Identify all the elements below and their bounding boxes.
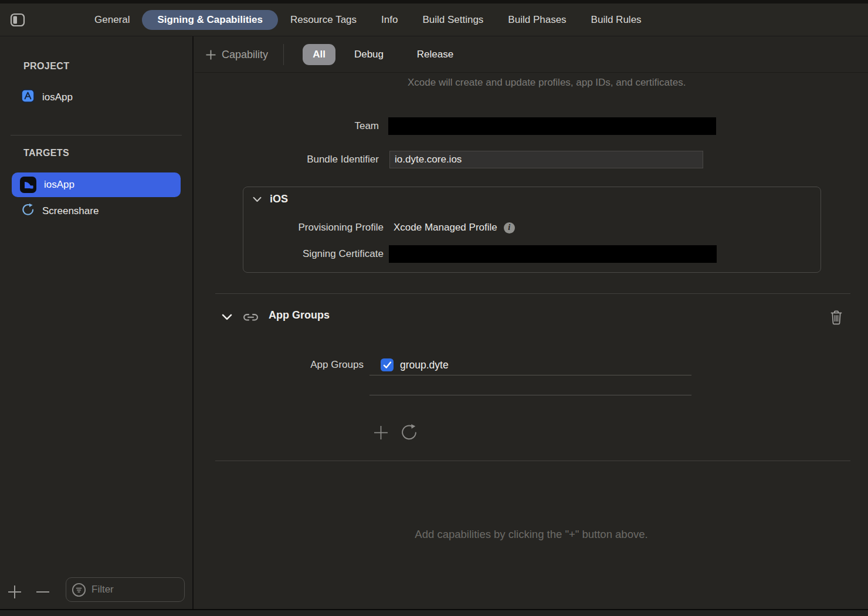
sidebar-footer (0, 576, 192, 607)
app-target-icon (20, 177, 36, 193)
section-divider (215, 461, 850, 461)
tab-resource-tags[interactable]: Resource Tags (278, 10, 369, 30)
section-divider (215, 293, 850, 294)
list-row-underline (369, 375, 691, 375)
tab-build-settings[interactable]: Build Settings (410, 10, 496, 30)
list-row-underline (369, 395, 691, 395)
app-groups-link-icon (243, 312, 259, 323)
tab-build-phases[interactable]: Build Phases (496, 10, 578, 30)
sidebar-item-target-screenshare[interactable]: Screenshare (21, 203, 99, 219)
add-app-group-button[interactable] (371, 422, 391, 442)
bundle-identifier-input[interactable] (389, 151, 703, 168)
delete-capability-trash-icon[interactable] (828, 308, 845, 327)
sidebar-divider (11, 135, 182, 136)
config-tabs: General Signing & Capabilities Resource … (82, 4, 654, 36)
toolbar-divider (283, 44, 284, 65)
capability-toolbar: Capability All Debug Release (195, 36, 868, 73)
target-name-label: Screenshare (42, 205, 99, 217)
refresh-app-groups-button[interactable] (399, 422, 419, 442)
add-capability-button[interactable]: Capability (205, 36, 268, 73)
signing-capabilities-editor: Capability All Debug Release Xcode will … (195, 36, 868, 609)
sidebar-item-target-iosapp[interactable]: iosApp (12, 172, 181, 197)
targets-section-header: TARGETS (23, 148, 69, 158)
window-bottom-edge (0, 609, 868, 616)
add-capability-label: Capability (222, 49, 268, 61)
extension-target-icon (21, 203, 35, 219)
signing-description: Xcode will create and update profiles, a… (408, 75, 701, 90)
scope-tab-release[interactable]: Release (411, 44, 460, 65)
team-value-redacted[interactable] (388, 117, 716, 135)
editor-tab-bar: General Signing & Capabilities Resource … (0, 4, 868, 36)
app-groups-header: App Groups (195, 309, 868, 327)
signing-certificate-value-redacted[interactable] (389, 245, 717, 263)
ios-group-title: iOS (270, 193, 288, 205)
ios-signing-group: iOS Provisioning Profile Xcode Managed P… (243, 187, 821, 273)
plus-icon (205, 49, 216, 60)
target-name-label: iosApp (44, 179, 74, 191)
chevron-down-icon (253, 197, 262, 202)
filter-field[interactable] (66, 577, 185, 602)
scope-tab-debug[interactable]: Debug (348, 44, 389, 65)
project-file-icon (21, 89, 35, 105)
scope-tab-all[interactable]: All (303, 44, 335, 65)
add-capabilities-hint: Add capabilities by clicking the "+" but… (195, 528, 868, 541)
app-group-checkbox[interactable] (381, 358, 394, 371)
filter-input[interactable] (91, 584, 168, 595)
add-target-button[interactable] (6, 583, 23, 601)
project-name-label: iosApp (42, 92, 73, 103)
tab-info[interactable]: Info (369, 10, 410, 30)
chevron-down-icon[interactable] (222, 314, 232, 320)
provisioning-profile-value[interactable]: Xcode Managed Profile i (394, 219, 515, 236)
bundle-identifier-label: Bundle Identifier (195, 151, 379, 168)
team-label: Team (195, 117, 379, 135)
ios-group-header[interactable]: iOS (253, 193, 288, 205)
app-groups-actions (371, 422, 419, 442)
remove-target-button[interactable] (34, 583, 52, 601)
app-groups-field-label: App Groups (195, 357, 364, 373)
app-groups-title: App Groups (269, 309, 330, 321)
sidebar-toggle-icon[interactable] (9, 12, 26, 28)
project-section-header: PROJECT (23, 61, 69, 72)
filter-icon (72, 583, 86, 597)
tab-signing-capabilities[interactable]: Signing & Capabilities (142, 10, 277, 30)
signing-certificate-label: Signing Certificate (243, 245, 384, 263)
sidebar-item-project-iosapp[interactable]: iosApp (21, 89, 73, 105)
provisioning-profile-text: Xcode Managed Profile (394, 219, 497, 236)
tab-build-rules[interactable]: Build Rules (579, 10, 654, 30)
provisioning-profile-label: Provisioning Profile (243, 219, 384, 236)
info-icon[interactable]: i (504, 222, 515, 233)
checkmark-icon (383, 361, 392, 369)
tab-general[interactable]: General (82, 10, 142, 30)
project-navigator-sidebar: PROJECT iosApp TARGETS iosApp (0, 36, 194, 609)
app-group-name[interactable]: group.dyte (400, 357, 449, 373)
